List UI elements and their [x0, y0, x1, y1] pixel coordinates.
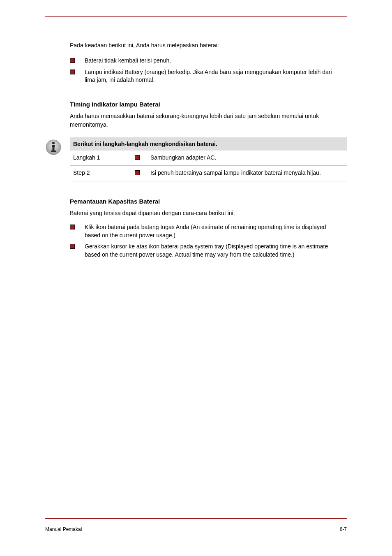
info-icon [45, 139, 62, 155]
bullet-text: Baterai tidak kembali terisi penuh. [85, 57, 171, 65]
bullet-icon [70, 58, 75, 63]
bullet-icon [135, 170, 140, 175]
footer-left: Manual Pemakai [45, 526, 82, 532]
table-cell-bullet [131, 166, 147, 181]
list-item: Gerakkan kursor ke atas ikon baterai pad… [70, 243, 347, 259]
bullet-text: Klik ikon baterai pada batang tugas Anda… [85, 223, 335, 239]
bullet-icon [70, 70, 75, 74]
section-1-paragraph: Anda harus memasukkan baterai sekurang-k… [70, 112, 347, 129]
table-cell-desc: Isi penuh baterainya sampai lampu indika… [147, 166, 347, 181]
bullet-icon [70, 225, 75, 229]
footer: Manual Pemakai 6-7 [45, 526, 347, 532]
table-cell-step: Langkah 1 [70, 151, 131, 166]
table-header: Berikut ini langkah-langkah mengkondisik… [70, 137, 347, 151]
bullet-list-1: Baterai tidak kembali terisi penuh. Lamp… [70, 57, 347, 84]
section-title-2: Pemantauan Kapasitas Baterai [70, 198, 347, 205]
section-2-paragraph: Baterai yang tersisa dapat dipantau deng… [70, 209, 347, 218]
table-cell-step: Step 2 [70, 166, 131, 181]
list-item: Baterai tidak kembali terisi penuh. [70, 57, 347, 65]
bullet-icon [135, 155, 140, 160]
table-row: Langkah 1 Sambungkan adapter AC. [70, 151, 347, 166]
info-table: Berikut ini langkah-langkah mengkondisik… [70, 137, 347, 181]
section-title-1: Timing indikator lampu Baterai [70, 101, 347, 108]
table-cell-desc: Sambungkan adapter AC. [147, 151, 347, 166]
table-cell-bullet [131, 151, 147, 166]
bullet-list-2: Klik ikon baterai pada batang tugas Anda… [70, 223, 347, 259]
svg-rect-4 [51, 151, 56, 152]
info-block: Berikut ini langkah-langkah mengkondisik… [45, 137, 347, 181]
bullet-icon [70, 244, 75, 249]
list-item: Klik ikon baterai pada batang tugas Anda… [70, 223, 347, 239]
table-row: Step 2 Isi penuh baterainya sampai lampu… [70, 166, 347, 181]
intro-text: Pada keadaan berikut ini, Anda harus mel… [70, 42, 347, 49]
list-item: Lampu indikasi Battery (orange) berkedip… [70, 68, 347, 84]
bullet-text: Gerakkan kursor ke atas ikon baterai pad… [85, 243, 335, 259]
top-divider [45, 16, 347, 17]
footer-right: 6-7 [340, 526, 347, 532]
bottom-divider [45, 518, 347, 519]
bullet-text: Lampu indikasi Battery (orange) berkedip… [85, 68, 335, 84]
svg-point-1 [52, 142, 55, 144]
